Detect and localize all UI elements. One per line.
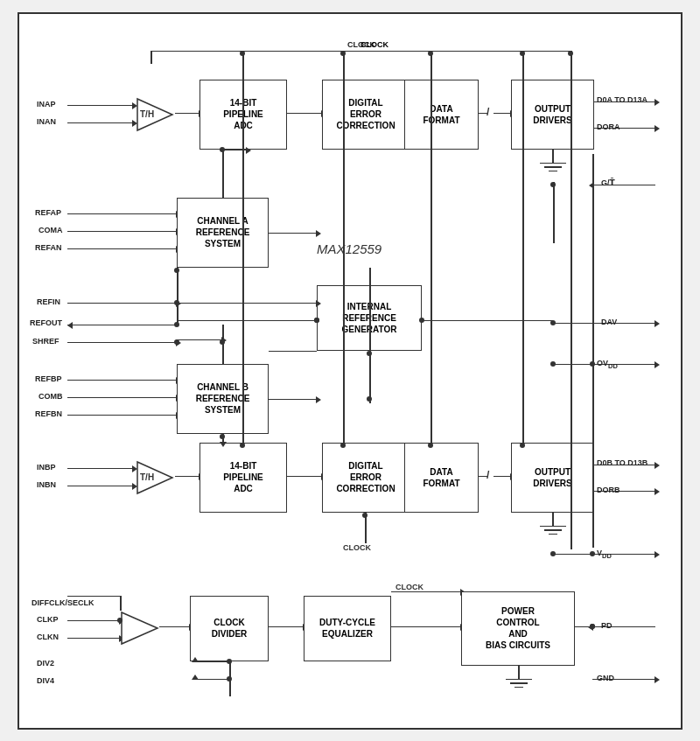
slash-a2: / xyxy=(486,106,489,118)
gnd-v-a xyxy=(552,150,554,163)
refout-line xyxy=(67,325,177,326)
th-block-a: T/H xyxy=(133,97,177,132)
dot-div2 xyxy=(227,659,232,664)
gnd-b xyxy=(540,526,566,535)
dot-gt xyxy=(550,182,556,187)
drv-b-block: OUTPUTDRIVERS xyxy=(511,443,594,513)
clk-drop-dec-b xyxy=(343,51,345,443)
refbn-line xyxy=(67,415,177,416)
shref-to-ref-a xyxy=(177,339,222,341)
dot-diffclk xyxy=(117,618,122,623)
clk-drop-drv-b xyxy=(522,51,524,443)
clkp-line xyxy=(67,620,120,622)
svg-text:T/H: T/H xyxy=(140,109,154,119)
ovdd-connect xyxy=(553,364,592,366)
slash-b2: / xyxy=(486,469,489,481)
gnd-label: GND xyxy=(597,674,614,682)
clock-v1 xyxy=(150,51,152,64)
ref-a-block: CHANNEL AREFERENCESYSTEM xyxy=(177,198,269,268)
fmt-b-block: DATAFORMAT xyxy=(404,443,479,513)
clock-bus-top xyxy=(150,51,570,52)
diffclk-label: DIFFCLK/SECLK xyxy=(32,598,94,607)
diffclk-h xyxy=(67,596,120,598)
clkn-line xyxy=(67,638,120,640)
div4-label: DIV4 xyxy=(37,676,54,685)
coma-line xyxy=(67,231,177,233)
div2-label: DIV2 xyxy=(37,659,54,668)
coma-label: COMA xyxy=(38,226,63,234)
refbp-label: REFBP xyxy=(35,374,62,383)
clkdiv-to-duty xyxy=(269,626,304,628)
intref-to-refout xyxy=(177,320,317,322)
dot-intref-mid xyxy=(367,351,372,356)
intref-to-right xyxy=(422,320,553,322)
inbp-label: INBP xyxy=(37,463,56,472)
svg-text:T/H: T/H xyxy=(140,472,154,482)
dot-clk-dec-b xyxy=(340,443,346,448)
vdd-connect xyxy=(553,554,592,556)
intref-to-refa-v xyxy=(369,268,371,285)
right-bus-v xyxy=(592,154,594,548)
ovdd-label: OVDD xyxy=(597,359,618,370)
dec-b-block: DIGITALERRORCORRECTION xyxy=(322,443,410,513)
gt-label: G/T̄ xyxy=(601,178,615,187)
dot-vdd-left xyxy=(550,551,556,556)
gt-v-line xyxy=(553,182,555,243)
refb-down xyxy=(222,433,224,443)
intref-v-main xyxy=(369,285,371,403)
dot-clock-bottom xyxy=(362,513,368,518)
gnd-v-pwr xyxy=(518,666,520,679)
right-clock-v xyxy=(570,51,572,549)
div4-h-line xyxy=(194,679,229,681)
adc-b-block: 14-BITPIPELINEADC xyxy=(200,443,287,513)
inan-line xyxy=(67,122,133,124)
dorb-label: DORB xyxy=(597,486,620,494)
refout-arrow xyxy=(67,322,73,329)
ref-a-to-adc-a-v xyxy=(222,150,224,198)
th-a-to-adc-a xyxy=(175,113,200,115)
max-label: MAX12559 xyxy=(317,241,382,256)
refin-label: REFIN xyxy=(37,297,60,306)
inbp-line xyxy=(67,468,133,470)
dot-right-clock xyxy=(568,51,573,56)
dot-ovdd-left xyxy=(550,361,556,367)
duty-to-pwr-top xyxy=(391,591,461,593)
dot-ref-a-up xyxy=(220,147,225,152)
clk-drop-adc-b xyxy=(242,51,244,443)
comb-line xyxy=(67,397,177,399)
dot-clk-fmt-b xyxy=(428,443,433,448)
duty-to-pwr-bot xyxy=(391,626,461,628)
diffclk-v xyxy=(120,596,122,611)
dot-clk-drv-b xyxy=(520,443,525,448)
dot-intref-down xyxy=(314,318,319,323)
shref-label: SHREF xyxy=(32,337,60,346)
shref-line xyxy=(67,342,177,344)
refan-line xyxy=(67,248,177,250)
svg-marker-4 xyxy=(122,612,158,644)
dot-clk-adc-b xyxy=(240,443,245,448)
adc-a-to-dec-a xyxy=(287,113,322,115)
clock-mid-label: CLOCK xyxy=(396,583,424,591)
dav-label: DAV xyxy=(601,318,617,326)
inan-label: INAN xyxy=(37,117,56,126)
refap-line xyxy=(67,213,177,215)
adc-b-to-dec-b xyxy=(287,476,322,478)
inap-line xyxy=(67,105,133,107)
buffer-symbol xyxy=(120,611,159,646)
div2-h-line xyxy=(194,661,229,663)
vdd-label: VDD xyxy=(597,549,612,560)
clkn-label: CLKN xyxy=(37,633,59,641)
gnd-pwr xyxy=(506,679,532,689)
intref-to-refb-arrow xyxy=(269,399,317,401)
refout-label: REFOUT xyxy=(30,318,62,327)
dot-refin xyxy=(174,300,179,305)
dora-label: DORA xyxy=(597,122,620,131)
dot-intref-refb xyxy=(367,396,372,402)
refbp-line xyxy=(67,380,177,381)
refbn-label: REFBN xyxy=(35,409,62,418)
buf-to-clkdiv xyxy=(159,626,190,628)
gnd-v-b xyxy=(552,513,554,526)
pwr-block: POWERCONTROLANDBIAS CIRCUITS xyxy=(461,591,575,666)
fmt-a-block: DATAFORMAT xyxy=(404,80,479,150)
diagram-container: CLOCK CLOCK T/H INAP INAN 14-BITPIPELINE… xyxy=(18,12,682,730)
